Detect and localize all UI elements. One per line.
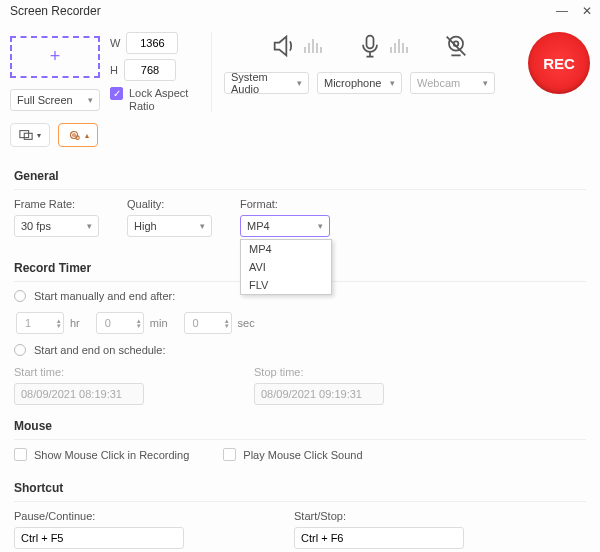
timer-manual-radio[interactable] — [14, 290, 26, 302]
svg-point-5 — [71, 132, 78, 139]
frame-rate-label: Frame Rate: — [14, 198, 99, 210]
pause-shortcut-input[interactable] — [14, 527, 184, 549]
timer-schedule-radio[interactable] — [14, 344, 26, 356]
chevron-up-icon: ▴ — [85, 131, 89, 140]
mic-select[interactable]: Microphone — [317, 72, 402, 94]
hours-unit: hr — [70, 317, 80, 329]
play-sound-checkbox[interactable]: ✓ — [223, 448, 236, 461]
play-sound-label: Play Mouse Click Sound — [243, 449, 362, 461]
start-shortcut-label: Start/Stop: — [294, 510, 464, 522]
height-label: H — [110, 64, 118, 76]
window-title: Screen Recorder — [10, 4, 101, 18]
lock-aspect-checkbox[interactable]: ✓ — [110, 87, 123, 100]
mouse-heading: Mouse — [14, 413, 586, 440]
start-time-input[interactable] — [14, 383, 144, 405]
svg-rect-0 — [367, 36, 374, 49]
height-input[interactable] — [124, 59, 176, 81]
region-mode-select[interactable]: Full Screen — [10, 89, 100, 111]
webcam-select[interactable]: Webcam — [410, 72, 495, 94]
format-option[interactable]: AVI — [241, 258, 331, 276]
minutes-spinner[interactable]: 0▴▾ — [96, 312, 144, 334]
seconds-unit: sec — [238, 317, 255, 329]
minutes-unit: min — [150, 317, 168, 329]
quality-label: Quality: — [127, 198, 212, 210]
start-time-label: Start time: — [14, 366, 144, 378]
settings-tool-button[interactable]: ▴ — [58, 123, 98, 147]
microphone-icon — [356, 32, 408, 60]
frame-rate-select[interactable]: 30 fps — [14, 215, 99, 237]
divider — [211, 32, 212, 112]
pause-shortcut-label: Pause/Continue: — [14, 510, 184, 522]
svg-point-1 — [449, 37, 463, 51]
show-click-label: Show Mouse Click in Recording — [34, 449, 189, 461]
minimize-button[interactable]: — — [556, 4, 568, 18]
close-button[interactable]: ✕ — [582, 4, 592, 18]
svg-point-6 — [73, 134, 76, 137]
audio-select[interactable]: System Audio — [224, 72, 309, 94]
timer-schedule-label: Start and end on schedule: — [34, 344, 165, 356]
stop-time-label: Stop time: — [254, 366, 384, 378]
format-option[interactable]: FLV — [241, 276, 331, 294]
hours-spinner[interactable]: 1▴▾ — [16, 312, 64, 334]
speaker-icon — [270, 32, 322, 60]
format-select[interactable]: MP4 — [240, 215, 330, 237]
shortcut-heading: Shortcut — [14, 475, 586, 502]
show-click-checkbox[interactable]: ✓ — [14, 448, 27, 461]
start-shortcut-input[interactable] — [294, 527, 464, 549]
format-dropdown: MP4 AVI FLV — [240, 239, 332, 295]
seconds-spinner[interactable]: 0▴▾ — [184, 312, 232, 334]
format-option[interactable]: MP4 — [241, 240, 331, 258]
width-input[interactable] — [126, 32, 178, 54]
stop-time-input[interactable] — [254, 383, 384, 405]
capture-region-box[interactable]: + — [10, 36, 100, 78]
format-label: Format: — [240, 198, 330, 210]
quality-select[interactable]: High — [127, 215, 212, 237]
webcam-off-icon — [442, 32, 470, 60]
lock-aspect-label: Lock Aspect Ratio — [129, 87, 199, 113]
general-heading: General — [14, 163, 586, 190]
layout-tool-button[interactable]: ▾ — [10, 123, 50, 147]
width-label: W — [110, 37, 120, 49]
chevron-down-icon: ▾ — [37, 131, 41, 140]
timer-manual-label: Start manually and end after: — [34, 290, 175, 302]
record-button[interactable]: REC — [528, 32, 590, 94]
